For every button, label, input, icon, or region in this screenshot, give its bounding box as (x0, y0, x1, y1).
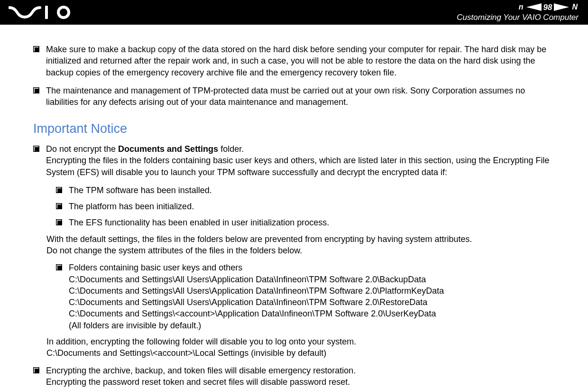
page-number: 98 (543, 2, 552, 12)
svg-rect-3 (35, 47, 39, 52)
list-item: The maintenance and management of TPM-pr… (33, 85, 555, 108)
svg-rect-7 (35, 147, 39, 152)
text-line: Encrypting the archive, backup, and toke… (46, 366, 356, 375)
text-segment: Encrypting the files in the folders cont… (46, 156, 550, 176)
text-line: Do not change the system attributes of t… (46, 246, 302, 255)
list-item-text: Do not encrypt the Documents and Setting… (46, 143, 555, 178)
svg-rect-5 (35, 89, 39, 93)
square-bullet-icon (33, 146, 39, 152)
list-item: The TPM software has been installed. (56, 185, 555, 196)
text-segment: folder. (218, 144, 244, 154)
svg-rect-17 (35, 369, 39, 373)
text-line: C:\Documents and Settings\All Users\Appl… (69, 297, 427, 307)
arrow-right-icon[interactable] (554, 3, 569, 11)
list-item: The EFS functionality has been enabled i… (56, 217, 555, 228)
square-bullet-icon (56, 219, 62, 225)
list-item: The platform has been initialized. (56, 201, 555, 212)
text-line: C:\Documents and Settings\All Users\Appl… (69, 286, 444, 296)
important-notice-heading: Important Notice (33, 120, 555, 137)
square-bullet-icon (33, 367, 39, 373)
list-item: Encrypting the archive, backup, and toke… (33, 365, 555, 388)
square-bullet-icon (56, 264, 62, 270)
list-item-text: The maintenance and management of TPM-pr… (46, 85, 555, 108)
header-right: n 98 N Customizing Your VAIO Computer (457, 2, 579, 23)
square-bullet-icon (33, 46, 39, 52)
vaio-logo (9, 6, 77, 19)
page-header: n 98 N Customizing Your VAIO Computer (0, 0, 588, 25)
sub-bullet-list: The TPM software has been installed. The… (56, 185, 555, 229)
paragraph: In addition, encrypting the following fo… (46, 336, 555, 359)
list-item-text: The TPM software has been installed. (69, 185, 555, 196)
list-item: Make sure to make a backup copy of the d… (33, 44, 555, 78)
svg-rect-9 (57, 188, 62, 193)
text-segment: Do not encrypt the (46, 144, 118, 154)
n-label-right: N (571, 2, 579, 12)
svg-point-1 (58, 7, 69, 18)
nav-arrows: n 98 N (457, 2, 579, 12)
square-bullet-icon (56, 187, 62, 193)
header-subtitle: Customizing Your VAIO Computer (457, 12, 579, 22)
square-bullet-icon (56, 203, 62, 209)
paragraph: With the default settings, the files in … (46, 233, 555, 257)
list-item: Do not encrypt the Documents and Setting… (33, 143, 555, 178)
text-line: (All folders are invisible by default.) (69, 321, 201, 330)
list-item-text: Encrypting the archive, backup, and toke… (46, 365, 555, 388)
text-line: With the default settings, the files in … (46, 234, 472, 244)
arrow-left-icon[interactable] (526, 3, 542, 11)
sub-bullet-list: Folders containing basic user keys and o… (56, 262, 555, 331)
svg-rect-11 (57, 204, 62, 209)
list-item: Folders containing basic user keys and o… (56, 262, 555, 331)
list-item-text: Make sure to make a backup copy of the d… (46, 44, 555, 78)
text-line: C:\Documents and Settings\<account>\Loca… (46, 348, 326, 358)
text-line: C:\Documents and Settings\<account>\Appl… (69, 309, 436, 318)
list-item-text: The EFS functionality has been enabled i… (69, 217, 555, 228)
docs-settings-bold: Documents and Settings (118, 144, 218, 154)
page-content: Make sure to make a backup copy of the d… (0, 25, 588, 390)
text-line: C:\Documents and Settings\All Users\Appl… (69, 275, 426, 284)
svg-rect-13 (57, 221, 62, 225)
text-line: Folders containing basic user keys and o… (69, 263, 242, 272)
list-item-text: The platform has been initialized. (69, 201, 555, 212)
svg-rect-15 (57, 266, 62, 270)
square-bullet-icon (33, 87, 39, 93)
list-item-text: Folders containing basic user keys and o… (69, 262, 555, 331)
n-label-left: n (518, 2, 524, 12)
text-line: Encrypting the password reset token and … (46, 377, 350, 387)
text-line: In addition, encrypting the following fo… (46, 337, 356, 346)
